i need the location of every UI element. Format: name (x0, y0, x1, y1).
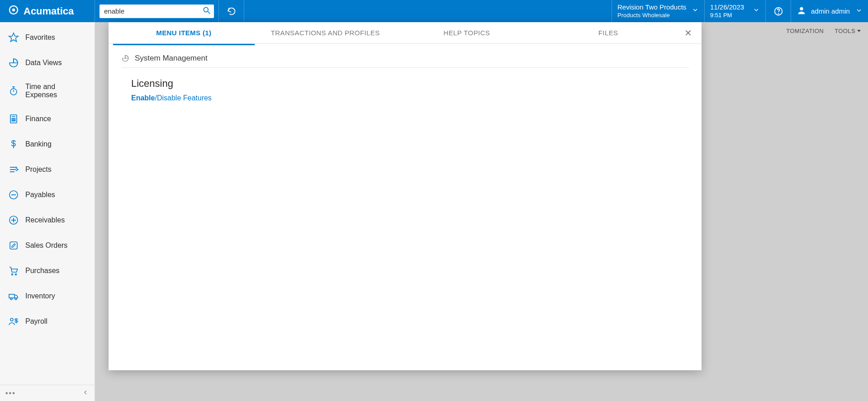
sidebar-item-label: Payroll (25, 317, 47, 326)
sidebar-item-time-expenses[interactable]: Time and Expenses (0, 75, 95, 106)
chevron-down-icon (855, 7, 863, 15)
people-dollar-icon (8, 316, 19, 327)
sidebar-item-sales-orders[interactable]: Sales Orders (0, 233, 95, 258)
result-category: System Management (121, 54, 689, 68)
tools-menu[interactable]: TOOLS (835, 28, 861, 34)
stopwatch-icon (8, 85, 19, 96)
chevron-down-icon (753, 6, 760, 15)
search-input[interactable] (104, 7, 202, 15)
more-icon[interactable]: ••• (5, 389, 16, 397)
sidebar-item-label: Data Views (25, 59, 62, 67)
sidebar-item-payroll[interactable]: Payroll (0, 309, 95, 334)
tab-files[interactable]: FILES (537, 26, 679, 39)
date-value: 11/26/2023 (710, 3, 749, 12)
sidebar-list: Favorites Data Views Time and Expenses F… (0, 22, 95, 385)
dollar-icon (8, 139, 19, 150)
minus-circle-icon (8, 189, 19, 200)
edit-square-icon (8, 240, 19, 251)
sidebar-item-label: Sales Orders (25, 241, 67, 250)
brand[interactable]: Acumatica (0, 0, 95, 22)
results-body: System Management Licensing Enable/Disab… (109, 44, 702, 112)
sidebar-item-purchases[interactable]: Purchases (0, 258, 95, 283)
layers-icon (8, 164, 19, 175)
truck-icon (8, 291, 19, 302)
top-actions: TOMIZATION TOOLS (786, 28, 861, 34)
sidebar-item-label: Finance (25, 115, 51, 123)
main-area: TOMIZATION TOOLS MENU ITEMS (1) TRANSACT… (95, 22, 868, 401)
tab-help-topics[interactable]: HELP TOPICS (396, 26, 538, 39)
time-value: 9:51 PM (710, 12, 749, 19)
caret-down-icon (857, 30, 861, 32)
sidebar-item-label: Favorites (25, 33, 55, 42)
sidebar-item-label: Receivables (25, 216, 65, 224)
brand-icon (8, 5, 19, 18)
refresh-button[interactable] (219, 0, 244, 22)
star-icon (8, 32, 19, 43)
header-spacer (244, 0, 612, 22)
search-icon[interactable] (202, 6, 211, 17)
pie-icon (121, 54, 129, 62)
pie-icon (8, 57, 19, 68)
user-menu[interactable]: admin admin (791, 0, 868, 22)
collapse-sidebar-button[interactable] (82, 389, 89, 398)
calculator-icon (8, 113, 19, 124)
brand-name: Acumatica (24, 5, 74, 17)
customization-menu[interactable]: TOMIZATION (786, 28, 824, 34)
search-cell (95, 0, 219, 22)
result-rest: /Disable Features (155, 94, 211, 102)
sidebar-item-label: Time and Expenses (25, 83, 86, 99)
tools-label: TOOLS (835, 28, 855, 34)
sidebar-item-finance[interactable]: Finance (0, 106, 95, 132)
category-label: System Management (135, 54, 208, 63)
sidebar-item-payables[interactable]: Payables (0, 182, 95, 208)
user-icon (797, 5, 806, 17)
sidebar-item-label: Inventory (25, 292, 55, 300)
app-header: Acumatica Revision Two Products Products… (0, 0, 868, 22)
close-panel-button[interactable]: ✕ (679, 28, 697, 38)
help-button[interactable] (766, 0, 791, 22)
user-name: admin admin (811, 7, 851, 15)
sidebar-item-receivables[interactable]: Receivables (0, 208, 95, 233)
plus-circle-icon (8, 215, 19, 226)
tab-transactions[interactable]: TRANSACTIONS AND PROFILES (255, 26, 396, 39)
tenant-name: Revision Two Products (617, 3, 688, 12)
tab-menu-items[interactable]: MENU ITEMS (1) (113, 26, 255, 39)
tenant-selector[interactable]: Revision Two Products Products Wholesale (612, 0, 705, 22)
sidebar-item-banking[interactable]: Banking (0, 132, 95, 157)
sidebar-footer: ••• (0, 385, 95, 401)
sidebar-item-inventory[interactable]: Inventory (0, 283, 95, 309)
business-date[interactable]: 11/26/2023 9:51 PM (705, 0, 766, 22)
sidebar-item-data-views[interactable]: Data Views (0, 50, 95, 75)
search-wrap (100, 5, 214, 18)
sidebar: Favorites Data Views Time and Expenses F… (0, 22, 95, 401)
tenant-sub: Products Wholesale (617, 12, 688, 19)
sidebar-item-label: Banking (25, 140, 52, 148)
search-results-panel: MENU ITEMS (1) TRANSACTIONS AND PROFILES… (109, 22, 702, 370)
sidebar-item-label: Projects (25, 165, 52, 174)
cart-icon (8, 265, 19, 276)
chevron-down-icon (692, 6, 699, 16)
result-group-title: Licensing (131, 78, 689, 90)
sidebar-item-label: Payables (25, 191, 55, 199)
result-highlight: Enable (131, 94, 155, 102)
result-tabs: MENU ITEMS (1) TRANSACTIONS AND PROFILES… (109, 22, 702, 44)
sidebar-item-favorites[interactable]: Favorites (0, 25, 95, 50)
sidebar-item-label: Purchases (25, 267, 60, 275)
result-link-enable-disable-features[interactable]: Enable/Disable Features (131, 94, 689, 102)
sidebar-item-projects[interactable]: Projects (0, 157, 95, 182)
